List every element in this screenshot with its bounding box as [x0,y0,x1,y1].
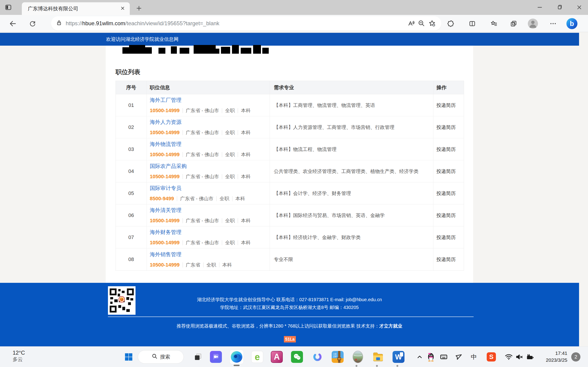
job-title-link[interactable]: 海外人力资源 [150,119,270,126]
tray-location-icon[interactable] [453,352,464,362]
add-favorite-icon[interactable] [427,18,437,29]
job-location: 广东省 - 佛山市 [186,151,219,158]
job-degree: 本科 [241,151,251,158]
tray-ime-indicator[interactable]: 中 [468,352,479,362]
apply-resume-link[interactable]: 投递简历 [436,190,464,197]
split-screen-icon[interactable] [467,18,478,29]
lock-icon[interactable] [56,19,62,27]
taskbar-app-edge[interactable] [229,350,244,364]
tab-close-icon[interactable] [120,5,126,12]
taskbar-app-chat[interactable] [208,350,223,364]
tray-qq-icon[interactable] [426,352,436,362]
row-number: 05 [116,182,147,204]
address-bar[interactable]: https://hbue.91wllm.com/teachin/view/id/… [51,16,441,31]
job-degree: 本科 [241,173,251,180]
table-row: 07海外财务管理10500-14999广东省 - 佛山市全职本科【本科】经济统计… [116,226,464,248]
job-degree: 本科 [241,240,251,246]
tray-touch-keyboard-icon[interactable] [439,352,449,362]
welcome-banner: 欢迎访问湖北经济学院就业信息网 [0,33,579,46]
job-degree: 本科 [235,195,245,202]
job-type: 全职 [225,107,235,114]
meta-separator [222,152,222,157]
explorer-running-indicator [376,365,378,367]
taskbar-app-zip[interactable]: ≡⊞ZIP [330,350,345,364]
tray-wifi-icon[interactable] [503,352,514,362]
meta-separator [219,262,219,267]
zoom-out-icon[interactable] [416,18,427,29]
meta-separator [177,196,177,201]
apply-resume-link[interactable]: 投递简历 [436,168,464,175]
bing-chat-icon[interactable]: b [566,18,578,29]
job-title-link[interactable]: 海外工厂管理 [150,97,270,104]
settings-more-icon[interactable] [548,18,559,29]
taskbar-app-access[interactable]: A [269,350,284,364]
job-title-link[interactable]: 海外财务管理 [150,229,270,236]
profile-avatar[interactable] [527,18,538,29]
taskbar-app-loop[interactable] [310,350,325,364]
job-type: 全职 [220,195,229,202]
job-title-link[interactable]: 海外清关管理 [150,207,270,214]
meta-separator [222,218,222,223]
new-tab-button[interactable] [134,4,144,13]
taskbar-app-word[interactable]: W [391,350,406,364]
job-meta: 10500-14999广东省 - 佛山市全职本科 [150,217,270,224]
window-close-button[interactable] [573,2,586,13]
tab-actions-menu-icon[interactable] [4,3,13,12]
job-salary: 10500-14999 [150,218,180,224]
meta-separator [222,240,222,245]
favorites-list-icon[interactable] [488,18,499,29]
back-button[interactable] [7,18,18,29]
job-title-link[interactable]: 国际审计专员 [150,185,270,192]
apply-resume-link[interactable]: 投递简历 [436,146,464,152]
job-meta: 10500-14999广东省 - 佛山市全职本科 [150,151,270,158]
browser-titlebar: 广东博达科技有限公司 [0,0,588,15]
collections-icon[interactable] [508,18,519,29]
taskbar-app-file-explorer[interactable] [371,350,385,364]
url-text[interactable]: https://hbue.91wllm.com/teachin/view/id/… [66,20,406,27]
taskbar-weather-widget[interactable]: 12°C 多云 [13,349,25,363]
tray-clock[interactable]: 17:41 2023/3/25 [535,350,567,364]
start-button[interactable] [121,350,136,364]
taskbar-app-wechat[interactable] [290,350,304,364]
browser-tab[interactable]: 广东博达科技有限公司 [22,2,130,15]
window-minimize-button[interactable] [533,2,546,13]
tray-battery-icon[interactable] [524,352,535,362]
taskbar-search[interactable]: 搜索 [138,350,184,364]
job-title-link[interactable]: 海外销售管理 [150,251,270,258]
task-view-button[interactable] [191,350,205,364]
browser-toolbar: https://hbue.91wllm.com/teachin/view/id/… [0,15,588,32]
job-type: 全职 [225,129,235,136]
read-aloud-icon[interactable] [406,18,416,29]
job-info-cell: 海外销售管理10500-14999广东省全职本科 [147,248,270,270]
job-degree: 本科 [241,107,251,114]
extensions-icon[interactable] [445,18,456,29]
taskbar-app-photos[interactable] [351,350,365,364]
apply-resume-link[interactable]: 投递简历 [436,256,464,263]
window-restore-button[interactable] [553,2,566,13]
row-number: 03 [116,138,147,160]
tray-sogou-icon[interactable]: S [486,352,497,362]
job-salary: 10500-14999 [150,240,180,246]
apply-resume-link[interactable]: 投递简历 [436,212,464,219]
job-type: 全职 [225,151,235,158]
apply-resume-link[interactable]: 投递简历 [436,234,464,241]
table-row: 08海外销售管理10500-14999广东省全职本科专业不限投递简历 [116,248,464,270]
notification-count-badge[interactable]: 2 [571,352,580,361]
job-title-link[interactable]: 国际农产品采购 [150,163,270,170]
apply-resume-link[interactable]: 投递简历 [436,102,464,108]
job-info-cell: 海外人力资源10500-14999广东省 - 佛山市全职本科 [147,116,270,138]
support-link[interactable]: 才立方就业 [379,323,402,328]
job-info-cell: 海外物流管理10500-14999广东省 - 佛山市全职本科 [147,138,270,160]
apply-resume-link[interactable]: 投递简历 [436,124,464,131]
taskbar-app-360browser[interactable]: e [250,350,265,364]
site-footer: 湖北经济学院大学生就业创业指导中心 联系电话：027-81973871 E-ma… [0,283,579,346]
job-title-link[interactable]: 海外物流管理 [150,141,270,148]
tray-chevron-up-icon[interactable] [414,352,425,362]
welcome-banner-text: 欢迎访问湖北经济学院就业信息网 [106,36,179,42]
job-degree: 本科 [241,217,251,224]
tray-volume-muted-icon[interactable] [514,352,525,362]
51la-stats-badge[interactable]: 51La [284,336,296,342]
clock-date: 2023/3/25 [535,357,567,364]
table-row: 05国际审计专员8500-9499广东省 - 佛山市全职本科【本科】会计学、经济… [116,182,464,204]
refresh-button[interactable] [27,18,38,29]
